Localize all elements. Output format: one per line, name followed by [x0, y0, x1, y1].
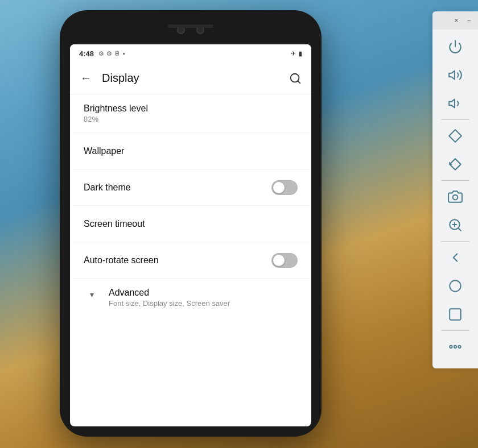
back-arrow-icon: ←: [80, 72, 92, 85]
wallpaper-title: Wallpaper: [84, 146, 298, 156]
toolbar-titlebar: × −: [432, 11, 478, 30]
toolbar-divider-3: [441, 241, 469, 242]
chevron-down-icon: ▾: [84, 288, 100, 299]
rotate-cw-icon: [448, 128, 463, 143]
status-icons: ⚙ ⚙ ⛨ ▪: [98, 50, 125, 57]
phone-speaker: [168, 24, 213, 28]
home-icon: [448, 279, 463, 293]
toolbar-volume-up[interactable]: [442, 61, 469, 89]
svg-point-14: [458, 346, 460, 348]
toolbar-power[interactable]: [442, 33, 469, 60]
toolbar-back[interactable]: [442, 244, 469, 271]
battery-icon: ▮: [299, 50, 302, 57]
svg-marker-3: [449, 70, 455, 79]
status-time: 4:48: [79, 49, 94, 58]
phone-screen: 4:48 ⚙ ⚙ ⛨ ▪ ✈ ▮ ← Display: [70, 44, 311, 426]
advanced-subtitle: Font size, Display size, Screen saver: [109, 299, 298, 308]
volume-down-icon: [448, 96, 463, 111]
toolbar-volume-down[interactable]: [442, 90, 469, 117]
toolbar-rotate-cw[interactable]: [442, 122, 469, 150]
auto-rotate-title: Auto-rotate screen: [84, 255, 271, 266]
setting-screen-timeout[interactable]: Screen timeout: [70, 206, 311, 242]
settings2-icon: ⚙: [106, 50, 112, 57]
setting-screen-timeout-text: Screen timeout: [84, 219, 298, 229]
setting-auto-rotate-text: Auto-rotate screen: [84, 255, 271, 266]
svg-line-7: [458, 228, 461, 231]
settings-icon: ⚙: [98, 50, 104, 57]
page-title: Display: [97, 72, 284, 85]
screen-timeout-title: Screen timeout: [84, 219, 298, 229]
svg-point-10: [450, 280, 461, 292]
brightness-subtitle: 82%: [84, 115, 298, 123]
toolbar-zoom-in[interactable]: [442, 211, 469, 239]
brightness-title: Brightness level: [84, 103, 298, 114]
setting-wallpaper[interactable]: Wallpaper: [70, 133, 311, 169]
svg-line-1: [298, 81, 300, 83]
more-icon: [448, 339, 463, 354]
toolbar-more[interactable]: [442, 333, 469, 360]
setting-advanced[interactable]: ▾ Advanced Font size, Display size, Scre…: [70, 279, 311, 320]
toolbar-recents[interactable]: [442, 301, 469, 328]
toolbar-divider-4: [441, 330, 469, 331]
advanced-title: Advanced: [109, 288, 298, 298]
shield-icon: ⛨: [114, 50, 121, 57]
svg-point-5: [453, 195, 458, 200]
recents-icon: [448, 307, 463, 322]
dark-theme-toggle-knob: [273, 182, 285, 193]
zoom-in-icon: [448, 218, 463, 233]
dark-theme-title: Dark theme: [84, 182, 271, 193]
setting-wallpaper-text: Wallpaper: [84, 146, 298, 156]
search-button[interactable]: [284, 67, 307, 90]
svg-rect-11: [450, 309, 461, 320]
back-button[interactable]: ←: [75, 67, 97, 90]
dark-theme-toggle[interactable]: [271, 180, 298, 195]
top-bar: ← Display: [70, 63, 311, 94]
side-toolbar: × −: [432, 11, 478, 368]
setting-advanced-text: Advanced Font size, Display size, Screen…: [109, 288, 298, 308]
setting-dark-theme-text: Dark theme: [84, 182, 271, 193]
svg-point-12: [450, 346, 452, 348]
svg-point-13: [454, 346, 456, 348]
toolbar-divider-1: [441, 119, 469, 120]
volume-up-icon: [448, 68, 463, 82]
setting-brightness-text: Brightness level 82%: [84, 103, 298, 123]
toolbar-screenshot[interactable]: [442, 183, 469, 210]
auto-rotate-toggle[interactable]: [271, 253, 298, 268]
svg-marker-4: [449, 99, 455, 107]
close-button[interactable]: ×: [452, 16, 461, 25]
toolbar-items: [432, 30, 478, 364]
setting-brightness[interactable]: Brightness level 82%: [70, 94, 311, 133]
battery-saver-icon: ▪: [123, 50, 125, 57]
minimize-button[interactable]: −: [464, 16, 473, 25]
auto-rotate-toggle-knob: [273, 255, 285, 266]
toolbar-divider-2: [441, 180, 469, 181]
status-right: ✈ ▮: [291, 50, 302, 57]
power-icon: [448, 39, 463, 54]
status-bar: 4:48 ⚙ ⚙ ⛨ ▪ ✈ ▮: [70, 44, 311, 63]
settings-list: Brightness level 82% Wallpaper Dark them…: [70, 94, 311, 320]
toolbar-home[interactable]: [442, 272, 469, 300]
back-nav-icon: [448, 250, 463, 265]
airplane-icon: ✈: [291, 50, 296, 57]
setting-auto-rotate[interactable]: Auto-rotate screen: [70, 242, 311, 279]
toolbar-rotate-ccw[interactable]: [442, 151, 469, 178]
phone-frame: 4:48 ⚙ ⚙ ⛨ ▪ ✈ ▮ ← Display: [60, 10, 322, 437]
rotate-ccw-icon: [448, 157, 463, 172]
setting-dark-theme[interactable]: Dark theme: [70, 169, 311, 206]
search-icon: [289, 72, 302, 85]
camera-icon: [448, 189, 463, 204]
